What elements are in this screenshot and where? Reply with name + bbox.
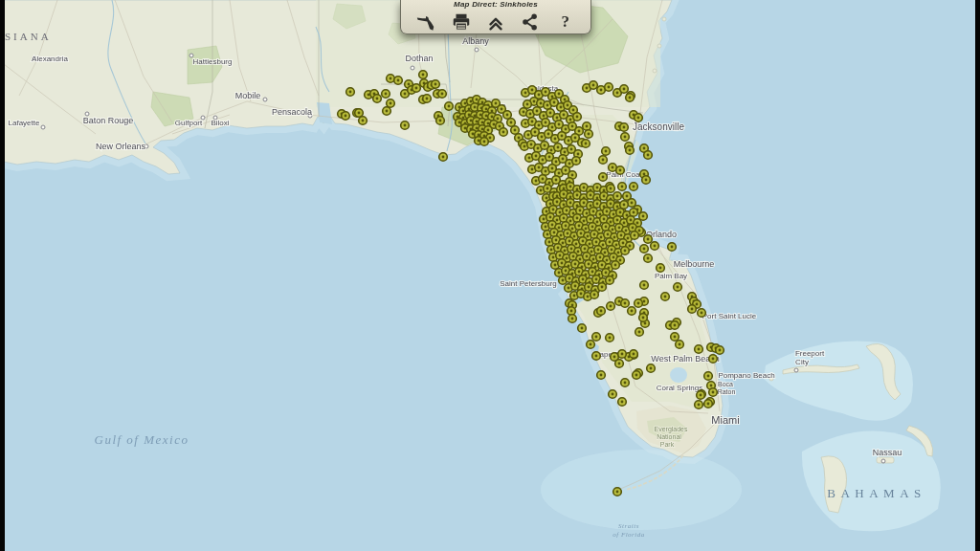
sinkhole-marker[interactable] <box>578 324 587 333</box>
sinkhole-marker[interactable] <box>644 254 653 263</box>
sinkhole-marker[interactable] <box>607 185 615 193</box>
sinkhole-marker[interactable] <box>640 281 649 290</box>
sinkhole-marker[interactable] <box>630 183 638 191</box>
sinkhole-marker[interactable] <box>419 71 428 79</box>
sinkhole-marker[interactable] <box>445 102 454 111</box>
sinkhole-marker[interactable] <box>615 360 624 368</box>
sinkhole-marker[interactable] <box>674 283 682 292</box>
sinkhole-marker[interactable] <box>590 81 598 90</box>
sinkhole-marker[interactable] <box>613 488 622 496</box>
sinkhole-marker[interactable] <box>676 341 684 349</box>
sinkhole-marker[interactable] <box>620 123 629 132</box>
sinkhole-marker[interactable] <box>587 341 595 349</box>
sinkhole-marker[interactable] <box>621 379 630 387</box>
sinkhole-marker[interactable] <box>572 157 581 165</box>
sinkhole-marker[interactable] <box>631 231 639 240</box>
sinkhole-marker[interactable] <box>607 302 615 311</box>
left-letterbox-bar <box>0 0 5 551</box>
sinkhole-marker[interactable] <box>346 88 355 97</box>
sinkhole-marker[interactable] <box>704 400 713 408</box>
sinkhole-marker[interactable] <box>599 156 608 165</box>
sinkhole-marker[interactable] <box>590 291 599 299</box>
sinkhole-marker[interactable] <box>394 77 403 85</box>
florida-extent-button[interactable] <box>413 11 438 33</box>
sinkhole-marker[interactable] <box>695 401 703 409</box>
sinkhole-marker[interactable] <box>573 113 582 121</box>
sinkhole-marker[interactable] <box>412 84 421 93</box>
sinkhole-marker[interactable] <box>644 235 653 244</box>
sinkhole-marker[interactable] <box>716 346 724 355</box>
sinkhole-marker[interactable] <box>606 276 614 285</box>
sinkhole-marker[interactable] <box>382 90 390 99</box>
sinkhole-marker[interactable] <box>644 151 653 160</box>
sinkhole-marker[interactable] <box>657 264 665 273</box>
sinkhole-marker[interactable] <box>592 352 601 361</box>
sinkhole-marker[interactable] <box>373 95 382 103</box>
sinkhole-marker[interactable] <box>671 333 679 342</box>
sinkhole-marker[interactable] <box>642 176 651 185</box>
sinkhole-marker[interactable] <box>618 183 627 191</box>
sinkhole-marker[interactable] <box>616 166 625 175</box>
sinkhole-marker[interactable] <box>582 140 590 148</box>
sinkhole-marker[interactable] <box>639 314 648 322</box>
sinkhole-marker[interactable] <box>635 299 643 308</box>
sinkhole-marker[interactable] <box>668 243 677 252</box>
map-canvas[interactable]: SIANAGulf of MexicoBAHAMASStraitsof Flor… <box>0 0 980 551</box>
share-button[interactable] <box>518 11 543 33</box>
sinkhole-marker[interactable] <box>585 130 593 139</box>
sinkhole-marker[interactable] <box>387 99 395 108</box>
sinkhole-marker[interactable] <box>697 391 705 400</box>
sinkhole-marker[interactable] <box>621 247 630 255</box>
sinkhole-marker[interactable] <box>626 146 635 155</box>
sinkhole-marker[interactable] <box>688 305 697 314</box>
sinkhole-marker[interactable] <box>500 128 508 137</box>
sinkhole-marker[interactable] <box>423 95 432 103</box>
sinkhole-marker[interactable] <box>568 315 577 323</box>
sinkhole-marker[interactable] <box>359 117 368 125</box>
sinkhole-marker[interactable] <box>612 261 620 270</box>
sinkhole-marker[interactable] <box>401 121 410 130</box>
collapse-toolbar-button[interactable] <box>483 11 508 33</box>
city-label: National <box>657 433 681 440</box>
sinkhole-marker[interactable] <box>436 117 445 125</box>
sinkhole-marker[interactable] <box>432 80 440 89</box>
sinkhole-marker[interactable] <box>621 299 630 308</box>
sinkhole-marker[interactable] <box>704 372 713 381</box>
sinkhole-marker[interactable] <box>630 350 638 359</box>
sinkhole-marker[interactable] <box>620 85 629 94</box>
sinkhole-marker[interactable] <box>480 138 489 146</box>
sinkhole-marker[interactable] <box>635 328 644 337</box>
sinkhole-marker[interactable] <box>709 355 718 364</box>
sinkhole-marker[interactable] <box>597 371 606 380</box>
print-button[interactable] <box>449 11 474 33</box>
collapse-up-icon <box>485 11 506 33</box>
sinkhole-marker[interactable] <box>605 83 613 92</box>
sinkhole-marker[interactable] <box>709 388 718 397</box>
sinkhole-marker[interactable] <box>598 283 607 292</box>
sinkhole-marker[interactable] <box>618 398 627 407</box>
sinkhole-marker[interactable] <box>640 245 649 253</box>
sinkhole-marker[interactable] <box>626 94 635 102</box>
sinkhole-marker[interactable] <box>609 390 617 399</box>
sinkhole-marker[interactable] <box>599 173 608 182</box>
sinkhole-marker[interactable] <box>592 333 601 342</box>
sinkhole-marker[interactable] <box>618 350 627 359</box>
sinkhole-marker[interactable] <box>438 90 447 99</box>
sinkhole-marker[interactable] <box>647 364 656 373</box>
sinkhole-marker[interactable] <box>597 307 606 316</box>
sinkhole-marker[interactable] <box>651 242 659 251</box>
sinkhole-marker[interactable] <box>621 133 630 142</box>
sinkhole-marker[interactable] <box>606 334 614 342</box>
sinkhole-marker[interactable] <box>342 112 350 121</box>
sinkhole-marker[interactable] <box>635 114 643 122</box>
sinkhole-marker[interactable] <box>602 147 611 156</box>
sinkhole-marker[interactable] <box>698 309 706 318</box>
sinkhole-marker[interactable] <box>661 293 670 301</box>
help-button[interactable]: ? <box>553 11 578 33</box>
sinkhole-marker[interactable] <box>439 153 448 162</box>
sinkhole-marker[interactable] <box>671 321 679 330</box>
sinkhole-marker[interactable] <box>633 371 641 380</box>
sinkhole-marker[interactable] <box>613 192 622 201</box>
sinkhole-marker[interactable] <box>628 307 636 316</box>
sinkhole-marker[interactable] <box>695 345 703 354</box>
